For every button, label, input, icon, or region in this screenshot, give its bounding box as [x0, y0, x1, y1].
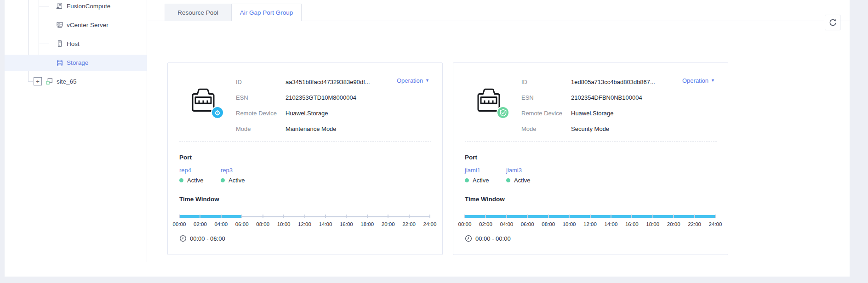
field-id: ID 1ed805a713cc4bad803db867... [521, 77, 655, 87]
tab-air-gap-port-group[interactable]: Air Gap Port Group [231, 4, 302, 21]
field-label: ESN [236, 94, 286, 101]
field-esn: ESN 2102353GTD10M8000004 [236, 93, 370, 102]
port-link[interactable]: rep3 [221, 167, 233, 174]
airgap-device-card-1: ⚙ ID aa3451b8facd47329383e90df... ESN 21… [167, 62, 443, 255]
field-id: ID aa3451b8facd47329383e90df... [236, 77, 370, 87]
operation-dropdown[interactable]: Operation ▼ [397, 77, 429, 84]
tick-label: 04:00 [214, 221, 228, 227]
timeline-tick [263, 215, 263, 218]
timeline-tick [221, 215, 222, 218]
port-item: jiami1 Active [465, 167, 491, 184]
host-icon [56, 40, 63, 47]
time-window-title: Time Window [179, 196, 219, 203]
timeline-tick [527, 215, 528, 218]
field-value: Huawei.Storage [571, 110, 614, 117]
tick-label: 06:00 [521, 221, 534, 227]
field-value: Maintenance Mode [286, 125, 337, 132]
field-remote-device: Remote Device Huawei.Storage [521, 108, 655, 118]
port-status: Active [465, 177, 491, 184]
main-content: Resource Pool Air Gap Port Group [147, 0, 850, 277]
tick-label: 16:00 [340, 221, 353, 227]
port-section-title: Port [179, 154, 192, 161]
sidebar-item-fusioncompute[interactable]: FusionCompute [5, 0, 147, 14]
status-dot-icon [179, 178, 183, 182]
expand-plus-icon[interactable]: + [34, 77, 42, 85]
port-status: Active [179, 177, 206, 184]
operation-label: Operation [682, 77, 708, 84]
timeline-tick-labels: 00:0002:0004:0006:0008:0010:0012:0014:00… [465, 221, 715, 228]
field-value: aa3451b8facd47329383e90df... [286, 79, 370, 85]
operation-dropdown[interactable]: Operation ▼ [682, 77, 715, 84]
navigation-tree: FusionCompute vCenter Server [5, 0, 147, 277]
tick-label: 18:00 [646, 221, 659, 227]
tick-label: 00:00 [458, 221, 472, 227]
field-label: Remote Device [236, 110, 286, 117]
port-link[interactable]: rep4 [179, 167, 191, 174]
tick-label: 02:00 [479, 221, 492, 227]
site-icon [46, 78, 53, 85]
refresh-button[interactable] [825, 15, 840, 30]
port-link[interactable]: jiami1 [465, 167, 480, 174]
sidebar-item-label: site_65 [57, 78, 77, 85]
airgap-device-card-2: ID 1ed805a713cc4bad803db867... ESN 21023… [453, 62, 728, 255]
timeline-tick [241, 215, 242, 218]
status-dot-icon [465, 178, 469, 182]
timeline-tick [569, 215, 570, 218]
tick-label: 06:00 [235, 221, 249, 227]
sidebar-item-site-65[interactable]: + site_65 [5, 74, 147, 89]
tick-label: 12:00 [583, 221, 597, 227]
port-list: rep4 Active rep3 Active [179, 167, 247, 184]
timeline-tick [715, 215, 716, 218]
timeline-tick [200, 215, 200, 218]
tick-label: 24:00 [423, 221, 437, 227]
field-mode: Mode Security Mode [521, 124, 655, 134]
field-label: ID [236, 79, 286, 85]
field-remote-device: Remote Device Huawei.Storage [236, 108, 370, 118]
status-text: Active [473, 177, 489, 184]
field-value: 2102353GTD10M8000004 [286, 94, 356, 101]
operation-label: Operation [397, 77, 423, 84]
timeline-tick [611, 215, 611, 218]
timeline-tick [506, 215, 507, 218]
tick-label: 08:00 [542, 221, 555, 227]
port-link[interactable]: jiami3 [506, 167, 522, 174]
timeline-tick [673, 215, 674, 218]
timeline-tick [283, 215, 284, 218]
tick-label: 10:00 [563, 221, 576, 227]
status-text: Active [187, 177, 203, 184]
tab-resource-pool[interactable]: Resource Pool [165, 4, 231, 21]
port-item: rep3 Active [221, 167, 247, 184]
refresh-icon [828, 18, 837, 27]
vcenter-server-icon [56, 21, 63, 28]
port-section-title: Port [465, 154, 477, 161]
sidebar-item-label: FusionCompute [67, 3, 110, 10]
status-dot-icon [221, 178, 225, 182]
app-window: FusionCompute vCenter Server [5, 0, 850, 277]
time-range-display: 00:00 - 06:00 [179, 235, 225, 242]
status-text: Active [228, 177, 245, 184]
tick-label: 22:00 [688, 221, 701, 227]
tick-label: 20:00 [382, 221, 395, 227]
tick-label: 00:00 [173, 221, 186, 227]
field-value: Security Mode [571, 125, 609, 132]
airgap-device-icon [474, 85, 504, 116]
tick-label: 16:00 [625, 221, 639, 227]
timeline-tick [346, 215, 347, 218]
status-dot-icon [506, 178, 510, 182]
timeline-rail [179, 215, 430, 218]
field-value: Huawei.Storage [286, 110, 328, 117]
clock-icon [465, 235, 472, 242]
field-mode: Mode Maintenance Mode [236, 124, 370, 134]
sidebar-item-host[interactable]: Host [5, 36, 147, 51]
clock-icon [179, 235, 187, 242]
sidebar-item-storage[interactable]: Storage [5, 55, 147, 71]
sidebar-item-vcenter-server[interactable]: vCenter Server [5, 17, 147, 33]
port-status: Active [506, 177, 533, 184]
field-value: 1ed805a713cc4bad803db867... [571, 79, 655, 85]
sidebar-item-label: Storage [67, 59, 88, 66]
timeline-selected-range [179, 215, 242, 218]
maintenance-gear-badge-icon: ⚙ [211, 106, 224, 119]
timeline-tick [464, 215, 465, 218]
time-range-text: 00:00 - 06:00 [190, 235, 225, 242]
timeline-tick-labels: 00:0002:0004:0006:0008:0010:0012:0014:00… [179, 221, 430, 228]
